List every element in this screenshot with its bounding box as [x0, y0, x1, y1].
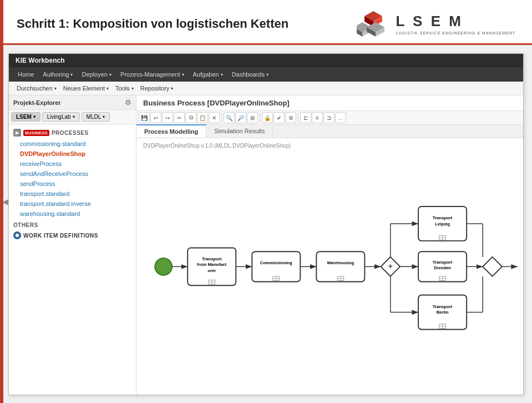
tb-fit-btn[interactable]: ⊞ — [247, 112, 258, 123]
process-canvas: DVDPlayerOnlineShop v.1.0 (MLDL.DVDPlaye… — [136, 138, 523, 395]
tb-sep-2 — [260, 113, 260, 123]
kie-topbar: KIE Workbench — [9, 54, 523, 67]
neues-caret: ▾ — [107, 86, 109, 91]
svg-text:urer: urer — [207, 268, 216, 273]
expand-arrow-icon[interactable]: ◀ — [9, 197, 11, 206]
repo-caret: ▾ — [171, 86, 173, 91]
process-header: Business Process [DVDPlayerOnlineShop] — [136, 95, 523, 111]
kie-workbench-panel: KIE Workbench Home Authoring ▾ Deployen … — [8, 53, 524, 395]
toolbar-neues-element[interactable]: Neues Element ▾ — [60, 83, 112, 93]
tb-validate-btn[interactable]: ✔ — [273, 112, 285, 123]
tree-section-icon: ▶ — [13, 129, 21, 137]
svg-rect-46 — [439, 276, 446, 281]
nav-menu: Home Authoring ▾ Deployen ▾ Prozess-Mana… — [9, 67, 523, 82]
nav-prozess[interactable]: Prozess-Management ▾ — [116, 69, 189, 80]
svg-text:Leipzig: Leipzig — [435, 221, 450, 226]
lsem-tab-caret: ▾ — [33, 114, 36, 119]
tb-delete-btn[interactable]: ✕ — [209, 112, 220, 123]
canvas-label: DVDPlayerOnlineShop v.1.0 (MLDL.DVDPlaye… — [143, 143, 291, 149]
lsem-brand-text: L S E M — [396, 13, 515, 30]
content-area: Projekt-Explorer ⚙ LSEM ▾ LivingLab ▾ ML… — [9, 95, 523, 395]
nav-deployen[interactable]: Deployen ▾ — [77, 69, 115, 80]
process-toolbar: ◀ 💾 ↩ ↪ ✂ ⧉ 📋 ✕ 🔍 🔎 ⊞ 🔒 ✔ ⚙ — [136, 111, 523, 125]
nav-authoring[interactable]: Authoring ▾ — [38, 69, 77, 80]
sidebar: Projekt-Explorer ⚙ LSEM ▾ LivingLab ▾ ML… — [9, 95, 136, 395]
toolbar-tools[interactable]: Tools ▾ — [112, 83, 137, 93]
tb-align-center-btn[interactable]: ≡ — [312, 112, 323, 123]
svg-text:Transport: Transport — [433, 304, 453, 309]
workitem-label: WORK ITEM DEFINITIONS — [23, 233, 98, 239]
svg-rect-26 — [337, 276, 344, 281]
deployen-caret: ▾ — [109, 72, 112, 77]
svg-rect-52 — [439, 324, 446, 329]
nav-dashboards[interactable]: Dashboards ▾ — [227, 69, 273, 80]
gear-icon[interactable]: ⚙ — [125, 98, 131, 107]
work-icon — [13, 231, 21, 239]
dashboards-caret: ▾ — [266, 72, 268, 77]
tree-workitem[interactable]: WORK ITEM DEFINITIONS — [9, 229, 136, 241]
main-content: KIE Workbench Home Authoring ▾ Deployen … — [0, 45, 532, 403]
tree-tabs: LSEM ▾ LivingLab ▾ MLDL ▾ — [9, 110, 136, 124]
secondary-toolbar: Durchsuchen ▾ Neues Element ▾ Tools ▾ Re… — [9, 82, 523, 95]
svg-rect-20 — [273, 276, 280, 281]
work-icon-inner — [16, 234, 19, 237]
process-tabs: Process Modelling Simulation Results — [136, 125, 523, 138]
tree-item-warehousing[interactable]: warehousing.standard — [9, 209, 136, 219]
tab-livinglab[interactable]: LivingLab ▾ — [42, 112, 80, 122]
bpmn-diagram: Transport from Manufact urer Commissioni… — [142, 155, 518, 389]
tb-zoom-out-btn[interactable]: 🔎 — [235, 112, 246, 123]
prozess-caret: ▾ — [182, 72, 184, 77]
slide-header: Schritt 1: Komposition von logistischen … — [0, 0, 532, 45]
tree-item-send[interactable]: sendProcess — [9, 179, 136, 189]
svg-text:Berlin: Berlin — [437, 310, 449, 315]
mldl-tab-caret: ▾ — [103, 114, 105, 119]
svg-text:Commissioning: Commissioning — [260, 260, 292, 265]
tree-item-sendreceive[interactable]: sendAndReceiveProcess — [9, 169, 136, 179]
svg-marker-30 — [381, 257, 400, 276]
nav-home[interactable]: Home — [13, 69, 38, 80]
tab-mldl[interactable]: MLDL ▾ — [82, 112, 110, 122]
toolbar-repository[interactable]: Repository ▾ — [137, 83, 177, 93]
slide-title: Schritt 1: Komposition von logistischen … — [17, 17, 288, 31]
tree-others-label: OTHERS — [9, 219, 136, 229]
tab-lsem[interactable]: LSEM ▾ — [11, 112, 40, 122]
sidebar-header: Projekt-Explorer ⚙ — [9, 95, 136, 110]
svg-text:Transport: Transport — [202, 256, 222, 261]
tb-copy-btn[interactable]: ⧉ — [185, 112, 196, 123]
svg-marker-60 — [483, 257, 502, 276]
tb-paste-btn[interactable]: 📋 — [197, 112, 208, 123]
tree-item-transport-inv[interactable]: transport.standard.inverse — [9, 199, 136, 209]
tree-section-business[interactable]: ▶ BUSINESS PROCESSES — [9, 127, 136, 139]
tb-lock-btn[interactable]: 🔒 — [262, 112, 273, 123]
tree-item-transport-std[interactable]: transport.standard — [9, 189, 136, 199]
tb-settings-btn[interactable]: ⚙ — [285, 112, 296, 123]
tb-cut-btn[interactable]: ✂ — [174, 112, 185, 123]
tab-process-modelling[interactable]: Process Modelling — [136, 124, 206, 138]
tb-align-left-btn[interactable]: ⊏ — [300, 112, 311, 123]
svg-rect-14 — [209, 280, 215, 285]
livinglab-tab-caret: ▾ — [73, 114, 75, 119]
toolbar-durchsuchen[interactable]: Durchsuchen ▾ — [13, 83, 60, 93]
authoring-caret: ▾ — [70, 72, 73, 77]
svg-text:Dresden: Dresden — [434, 265, 451, 270]
lsem-logo: L S E M LOGISTIK SERVICE ENGINEERING & M… — [357, 10, 515, 38]
tb-more-btn[interactable]: … — [335, 112, 346, 123]
svg-rect-49 — [418, 295, 467, 330]
svg-rect-37 — [418, 206, 467, 241]
business-tag: BUSINESS — [23, 130, 49, 136]
tb-save-btn[interactable]: 💾 — [139, 112, 150, 123]
tree-content: ▶ BUSINESS PROCESSES commissioning.stand… — [9, 124, 136, 395]
nav-aufgaben[interactable]: Aufgaben ▾ — [189, 69, 227, 80]
tree-item-receive[interactable]: receiveProcess — [9, 159, 136, 169]
tb-align-right-btn[interactable]: ⊐ — [323, 112, 335, 123]
tb-zoom-in-btn[interactable]: 🔍 — [224, 112, 235, 123]
svg-rect-24 — [316, 251, 364, 281]
svg-rect-10 — [188, 248, 236, 285]
processes-label: PROCESSES — [52, 130, 89, 136]
svg-text:Transport: Transport — [433, 215, 453, 220]
tb-redo-btn[interactable]: ↪ — [162, 112, 173, 123]
tab-simulation-results[interactable]: Simulation Results — [206, 125, 273, 138]
tree-item-dvd[interactable]: DVDPlayerOnlineShop — [9, 149, 136, 159]
tb-undo-btn[interactable]: ↩ — [150, 112, 161, 123]
tree-item-commissioning[interactable]: commissioning.standard — [9, 139, 136, 149]
